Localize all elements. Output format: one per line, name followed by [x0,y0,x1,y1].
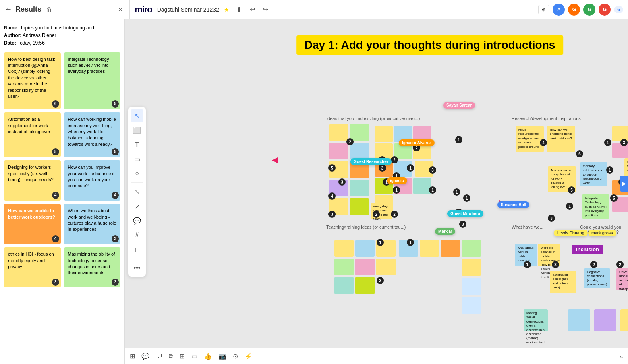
canvas-area[interactable]: ↖ ⬜ T ▭ ○ | ↗ 💬 # ⊡ ••• Day 1: Add your … [125,19,628,364]
sidebar-card-3[interactable]: Automation as a supplement for work inst… [4,112,61,157]
canvas-sticky-move-resources: move resources/kno-wledge around vs. mov… [516,126,544,152]
sidebar-card-6-text: How can you improve your work-life balan… [68,165,115,188]
canvas-sticky-t13 [462,259,481,276]
sidebar-card-8-text: When we think about work and well-being … [68,208,116,232]
left-panel: Name: Topics you find most intriguing an… [0,19,125,364]
results-title: Results [15,5,41,14]
name-value: Topics you find most intriguing and... [20,25,98,31]
avatar-2: G [568,4,580,16]
top-bar-right: ⊕ A G G G 6 [538,4,623,16]
canvas-sticky-bikes: automated bikes! (not just autom. cars) [550,271,576,293]
bottom-grid[interactable]: ⊞ [130,352,135,360]
sidebar-card-8[interactable]: When we think about work and well-being … [64,204,121,244]
canvas-sticky-2 [350,124,369,141]
bottom-camera[interactable]: 📷 [218,352,226,360]
canvas-sticky-22 [413,178,431,194]
badge-1-21: 1 [524,261,531,268]
sidebar-card-2[interactable]: Integrate Technology such as AR / VR int… [64,52,121,110]
bottom-chat[interactable]: 💬 [141,352,149,360]
zoom-button[interactable]: ⊕ [538,5,549,14]
author-value: Andreas Riener [23,33,56,38]
comment-tool[interactable]: 💬 [131,214,143,227]
more-tools[interactable]: ••• [131,261,143,274]
close-button[interactable]: ✕ [116,6,124,14]
bottom-expand[interactable]: « [620,353,623,360]
frame-tool[interactable]: ⬜ [131,124,143,136]
bottom-grid2[interactable]: ⊞ [180,352,185,360]
badge-3-5: 3 [459,221,466,228]
sidebar-card-4[interactable]: How can working mobile increase my well-… [64,112,121,157]
text-tool[interactable]: T [131,138,143,151]
sidebar-card-5[interactable]: Designing for workers specifically (i.e.… [4,160,61,201]
sidebar-card-7[interactable]: How can we enable to better work outdoor… [4,204,61,244]
circle-tool[interactable]: ○ [131,167,143,180]
sidebar-card-6[interactable]: How can you improve your work-life balan… [64,160,121,201]
results-panel-header: ← Results 🗑 ✕ [5,0,130,19]
line-tool[interactable]: | [128,182,146,201]
redo-button[interactable]: ↪ [261,4,271,15]
badge-1-18: 1 [566,203,573,210]
section-label-what: What have we... [512,225,543,230]
cursor-tool[interactable]: ↖ [131,109,143,122]
sticky-tool[interactable]: ▭ [131,153,143,165]
canvas-sticky-cognitive: Cognitive connections (smalls, places, v… [584,268,610,288]
collab-count: 6 [614,6,623,13]
badge-1-6: 1 [429,186,436,194]
sidebar-card-2-badge: 5 [112,100,119,108]
canvas-sticky-bottom2 [568,309,590,331]
bottom-timer[interactable]: ⊙ [233,352,238,360]
sidebar-card-9[interactable]: ethics in HCI - focus on mobility equity… [4,247,61,287]
sidebar-card-9-text: ethics in HCI - focus on mobility equity… [8,252,54,269]
sidebar-card-2-text: Integrate Technology such as AR / VR int… [68,57,109,74]
canvas-sticky-bottom3 [594,309,616,331]
chip-guest-researcher: Guest Researcher [350,158,392,165]
top-bar-center: miro Dagstuhl Seminar 21232 ★ ⬆ ↩ ↪ [135,4,533,15]
delete-button[interactable]: 🗑 [45,6,54,14]
canvas-sticky-3 [329,143,348,159]
bottom-comment[interactable]: 🗨 [156,353,162,360]
back-button[interactable]: ← [5,5,12,14]
right-panel-arrow[interactable]: ▶ [620,176,628,192]
canvas-sticky-enable-outdoors: How can we enable to better work outdoor… [547,126,575,152]
sidebar-card-9-badge: 3 [52,279,59,286]
chip-guest-mirohero: Guest Mirohero [447,210,483,217]
sidebar-card-10[interactable]: Maximizing the ability of technology to … [64,247,121,287]
canvas-title: Day 1: Add your thoughts during introduc… [296,35,564,55]
top-bar-actions: ⬆ ↩ ↪ [234,4,271,15]
sidebar-card-5-text: Designing for workers specifically (i.e.… [8,165,54,182]
canvas-sticky-8 [350,180,369,196]
bottom-power[interactable]: ⚡ [245,352,253,360]
upload-button[interactable]: ⬆ [234,4,244,15]
canvas-sticky-t2 [355,240,375,257]
sidebar-card-1[interactable]: How to best design task interruption (@A… [4,52,61,110]
undo-button[interactable]: ↩ [247,4,257,15]
badge-1-1: 1 [407,164,414,172]
arrow-tool[interactable]: ↗ [131,200,143,213]
star-icon[interactable]: ★ [224,6,229,13]
panel-meta: Name: Topics you find most intriguing an… [4,24,120,48]
crop-tool[interactable]: ⊡ [131,243,143,256]
badge-3-3: 3 [379,164,386,172]
badge-4: 4 [328,192,336,200]
canvas-sticky-t14 [462,278,481,295]
canvas-sticky-memory: memory retrieval cues to support resumpt… [580,162,607,186]
arrow-left: ▶ [272,156,278,166]
bottom-frame[interactable]: ▭ [191,352,197,360]
top-bar: ← Results 🗑 ✕ miro Dagstuhl Seminar 2123… [0,0,628,19]
sidebar-card-10-badge: 3 [112,279,119,286]
badge-3-1: 3 [338,178,346,186]
left-toolbar: ↖ ⬜ T ▭ ○ | ↗ 💬 # ⊡ ••• [128,107,146,277]
section-label-teaching: Teaching/training ideas (or current tau.… [326,225,406,230]
badge-2-4: 2 [373,211,380,218]
bottom-toolbar: ⊞ 💬 🗨 ⧉ ⊞ ▭ 👍 📷 ⊙ ⚡ « [125,348,628,364]
bottom-like[interactable]: 👍 [204,352,212,360]
badge-2-5: 2 [391,211,398,218]
chip-ignacio-alvarez: Ignacio Alvarez [399,139,435,146]
inclusion-badge: Inclusion [572,245,603,254]
badge-1-5: 1 [455,136,462,143]
grid-tool[interactable]: # [131,229,143,242]
avatar-3: G [583,4,595,16]
badge-2-3: 2 [391,156,398,163]
badge-1-9: 1 [604,139,611,146]
bottom-share[interactable]: ⧉ [169,353,173,360]
